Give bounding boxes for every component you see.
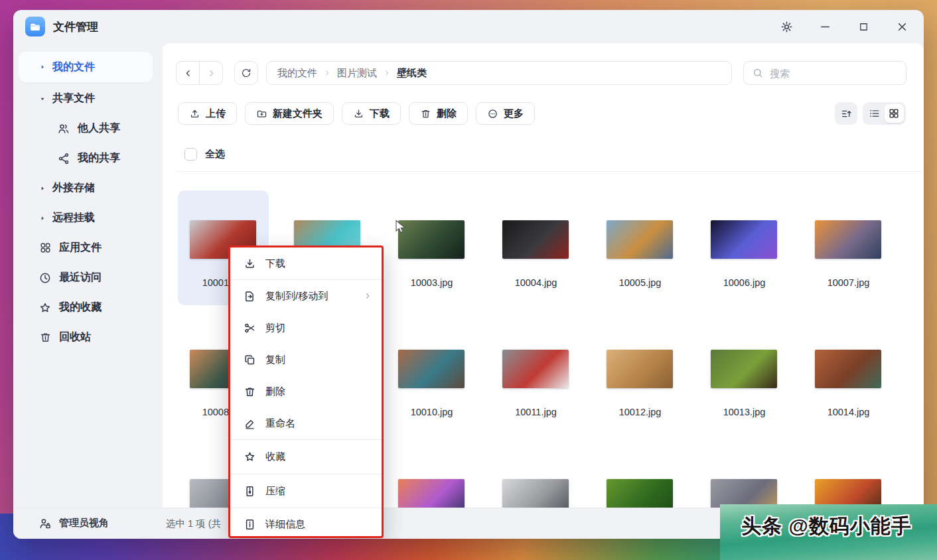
search-box [743,61,906,85]
upload-button[interactable]: 上传 [178,102,237,125]
breadcrumb-segment[interactable]: 我的文件 [277,67,317,80]
refresh-button[interactable] [234,61,258,85]
file-tile[interactable] [484,449,588,508]
context-menu-item-download[interactable]: 下载 [230,247,382,279]
sidebar-item-label: 应用文件 [59,241,102,255]
context-menu-item-copy[interactable]: 复制 [230,344,382,376]
settings-gear-icon[interactable] [780,20,794,34]
maximize-button[interactable] [857,20,871,34]
file-thumbnail[interactable] [815,220,881,259]
sidebar-item-shared-files[interactable]: 共享文件 [13,84,163,113]
file-thumbnail[interactable] [711,220,777,259]
new-folder-button[interactable]: 新建文件夹 [245,102,334,125]
sidebar-item-label: 最近访问 [59,271,102,285]
file-thumbnail[interactable] [607,350,673,388]
file-thumbnail[interactable] [815,479,881,508]
context-menu-item-delete[interactable]: 删除 [230,376,382,407]
file-tile[interactable]: 10004.jpg [484,190,588,320]
divider [176,171,922,172]
sidebar-item-app-files[interactable]: 应用文件 [13,233,163,263]
menu-item-label: 详细信息 [265,518,305,531]
file-tile[interactable] [380,449,484,508]
button-label: 上传 [206,107,226,120]
sidebar-item-recent[interactable]: 最近访问 [13,263,163,293]
file-tile[interactable]: 10014.jpg [796,320,901,449]
download-button[interactable]: 下载 [342,102,401,125]
menu-item-label: 删除 [265,385,285,398]
file-name: 10014.jpg [796,407,901,417]
file-thumbnail[interactable] [502,479,569,508]
context-menu-item-cut[interactable]: 剪切 [230,312,382,344]
file-tile[interactable]: 10005.jpg [588,190,692,320]
sidebar-item-label: 我的共享 [78,151,120,165]
context-menu-item-compress[interactable]: 压缩 [230,474,382,508]
file-tile[interactable]: 10012.jpg [588,320,692,449]
sidebar-item-external-storage[interactable]: 外接存储 [13,173,163,203]
file-tile[interactable] [796,449,901,508]
sidebar-item-label: 他人共享 [78,121,120,135]
sidebar-item-label: 我的文件 [52,60,95,74]
file-tile[interactable]: 10013.jpg [692,320,796,449]
breadcrumb-current: 壁纸类 [397,67,427,80]
rename-icon [244,417,256,430]
people-icon [57,122,70,135]
file-thumbnail[interactable] [502,350,569,388]
caret-down-icon [38,95,46,103]
breadcrumb[interactable]: 我的文件 图片测试 壁纸类 [266,61,732,85]
file-thumbnail[interactable] [398,220,465,259]
app-title: 文件管理 [53,19,98,35]
context-menu-item-details[interactable]: 详细信息 [230,508,382,538]
context-menu-item-favorite[interactable]: 收藏 [230,440,382,474]
file-thumbnail[interactable] [398,479,465,508]
file-thumbnail[interactable] [502,220,569,259]
more-button[interactable]: 更多 [476,102,535,125]
file-thumbnail[interactable] [711,479,777,508]
file-tile[interactable]: 10010.jpg [380,320,484,449]
delete-button[interactable]: 删除 [409,102,468,125]
close-button[interactable] [895,20,909,34]
sidebar-item-my-shares[interactable]: 我的共享 [13,143,163,173]
search-input[interactable] [770,68,898,79]
upload-icon [189,108,200,119]
minimize-button[interactable] [818,20,832,34]
file-tile[interactable] [692,449,796,508]
app-grid-icon [38,242,52,254]
file-tile[interactable]: 10003.jpg [380,190,484,320]
sidebar-item-favorites[interactable]: 我的收藏 [13,293,163,322]
forward-button[interactable] [199,62,222,84]
list-view-button[interactable] [865,104,885,123]
clock-icon [38,271,52,285]
context-menu-item-rename[interactable]: 重命名 [230,407,382,439]
file-thumbnail[interactable] [815,350,881,388]
sort-button[interactable] [835,102,857,125]
context-menu-item-copy-move-to[interactable]: 复制到/移动到 [230,280,382,312]
file-thumbnail[interactable] [607,220,673,259]
file-thumbnail[interactable] [607,479,673,508]
breadcrumb-segment[interactable]: 图片测试 [337,67,377,80]
file-name: 10005.jpg [588,277,692,288]
more-icon [487,108,498,119]
info-icon [244,518,256,531]
select-all-checkbox[interactable] [184,148,197,161]
file-thumbnail[interactable] [398,350,465,388]
history-nav [176,61,223,85]
sidebar-item-label: 共享文件 [52,92,95,105]
sidebar-item-remote-mount[interactable]: 远程挂载 [13,203,163,233]
sidebar-item-recycle-bin[interactable]: 回收站 [13,322,163,352]
grid-view-button[interactable] [885,104,904,123]
file-name: 10010.jpg [380,407,484,417]
file-thumbnail[interactable] [711,350,777,388]
file-name: 10006.jpg [692,277,796,288]
file-tile[interactable]: 10006.jpg [692,190,796,320]
menu-item-label: 剪切 [265,322,285,334]
search-icon [752,67,764,79]
menu-item-label: 重命名 [265,417,295,430]
button-label: 新建文件夹 [273,107,323,120]
sidebar-item-shared-by-others[interactable]: 他人共享 [13,113,163,143]
file-tile[interactable] [588,449,692,508]
file-tile[interactable]: 10007.jpg [796,190,901,320]
download-icon [353,108,364,119]
sidebar-item-my-files[interactable]: 我的文件 [19,52,153,82]
back-button[interactable] [177,62,199,84]
file-tile[interactable]: 10011.jpg [484,320,588,449]
